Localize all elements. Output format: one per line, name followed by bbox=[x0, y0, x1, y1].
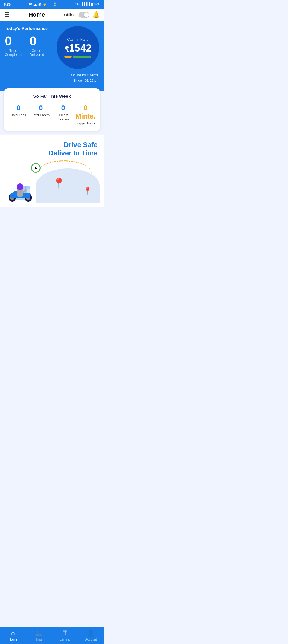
online-duration: Online for 0 Mints. bbox=[5, 73, 99, 78]
drive-safe-section: Drive Safe Deliver In Time ▲ bbox=[0, 135, 104, 207]
status-icons: ✉ ☁ ⚙ ⚡ m ⌛ bbox=[29, 2, 57, 6]
illustration-area: ▲ 📍 📍 bbox=[4, 160, 100, 203]
battery-percent: 58% bbox=[94, 2, 100, 6]
extra-icon2: ⚡ bbox=[43, 2, 47, 6]
weekly-trips: 0 Total Trips bbox=[8, 104, 29, 126]
bar-orange bbox=[64, 56, 72, 58]
battery-icon: ▮ bbox=[91, 2, 93, 6]
trips-number: 0 bbox=[5, 35, 22, 48]
orders-label: OrdersDelivered bbox=[30, 49, 44, 57]
weekly-timely-num: 0 bbox=[53, 104, 74, 112]
cash-progress-bar bbox=[64, 56, 91, 58]
rupee-symbol: ₹ bbox=[64, 45, 69, 53]
toggle-knob bbox=[84, 12, 89, 17]
cash-value: 1542 bbox=[69, 42, 92, 54]
online-since: Since : 01:02 pm bbox=[5, 78, 99, 83]
extra-icon1: ⚙ bbox=[38, 2, 41, 6]
hero-top-row: Today's Performance 0 TripsCompleted 0 O… bbox=[5, 26, 99, 69]
orders-stat: 0 OrdersDelivered bbox=[30, 35, 44, 57]
orders-number: 0 bbox=[30, 35, 44, 48]
extra-icon4: ⌛ bbox=[53, 2, 57, 6]
status-time: 6:39 bbox=[4, 2, 11, 6]
weekly-logged-num: 0 Mints. bbox=[75, 104, 96, 120]
performance-stats: 0 TripsCompleted 0 OrdersDelivered bbox=[5, 35, 48, 57]
location-pin-small-icon: 📍 bbox=[83, 187, 92, 195]
weekly-orders-num: 0 bbox=[30, 104, 52, 112]
offline-label: Offline bbox=[64, 13, 75, 17]
network-label: 5G bbox=[75, 2, 80, 6]
menu-button[interactable]: ☰ bbox=[4, 11, 10, 18]
extra-icon3: m bbox=[48, 2, 51, 6]
weekly-title: So Far This Week bbox=[8, 94, 96, 99]
weekly-orders: 0 Total Orders bbox=[30, 104, 52, 126]
trips-stat: 0 TripsCompleted bbox=[5, 35, 22, 57]
cash-in-hand-circle: Cash In Hand ₹1542 bbox=[57, 26, 99, 69]
weather-icon: ☁ bbox=[33, 2, 37, 6]
notification-bell-icon[interactable]: 🔔 bbox=[93, 11, 100, 18]
bar-green bbox=[73, 56, 91, 58]
weekly-orders-label: Total Orders bbox=[30, 113, 52, 117]
whatsapp-icon: ✉ bbox=[29, 2, 32, 6]
cash-amount: ₹1542 bbox=[64, 42, 92, 54]
status-bar: 6:39 ✉ ☁ ⚙ ⚡ m ⌛ 5G ▐▐▐▐ ▮ 58% bbox=[0, 0, 104, 9]
page-title: Home bbox=[29, 11, 45, 18]
status-connectivity: 5G ▐▐▐▐ ▮ 58% bbox=[75, 2, 100, 6]
svg-rect-10 bbox=[17, 187, 23, 189]
drive-safe-line2: Deliver In Time bbox=[4, 149, 98, 157]
weekly-trips-label: Total Trips bbox=[8, 113, 29, 117]
delivery-person-illustration bbox=[4, 163, 36, 203]
weekly-stats-row: 0 Total Trips 0 Total Orders 0 Timely De… bbox=[8, 104, 96, 126]
weekly-timely-label: Timely Delivery bbox=[53, 113, 74, 121]
top-navigation: ☰ Home Offline 🔔 bbox=[0, 9, 104, 21]
performance-title: Today's Performance bbox=[5, 26, 48, 31]
weekly-trips-num: 0 bbox=[8, 104, 29, 112]
weekly-stats-card: So Far This Week 0 Total Trips 0 Total O… bbox=[4, 88, 100, 131]
signal-icon: ▐▐▐▐ bbox=[81, 2, 90, 6]
svg-rect-12 bbox=[27, 189, 30, 193]
weekly-logged: 0 Mints. Logged hours bbox=[75, 104, 96, 126]
location-pin-large-icon: 📍 bbox=[52, 177, 66, 190]
performance-section: Today's Performance 0 TripsCompleted 0 O… bbox=[5, 26, 48, 57]
trips-label: TripsCompleted bbox=[5, 49, 22, 57]
weekly-logged-label: Logged hours bbox=[75, 121, 96, 126]
nav-right-controls: Offline 🔔 bbox=[64, 11, 100, 18]
cash-title: Cash In Hand bbox=[67, 37, 89, 41]
drive-safe-line1: Drive Safe bbox=[4, 141, 98, 149]
offline-toggle[interactable] bbox=[79, 12, 89, 18]
hero-section: Today's Performance 0 TripsCompleted 0 O… bbox=[0, 21, 104, 91]
drive-safe-title: Drive Safe Deliver In Time bbox=[4, 141, 100, 157]
online-info: Online for 0 Mints. Since : 01:02 pm bbox=[5, 73, 99, 83]
weekly-timely: 0 Timely Delivery bbox=[53, 104, 74, 126]
